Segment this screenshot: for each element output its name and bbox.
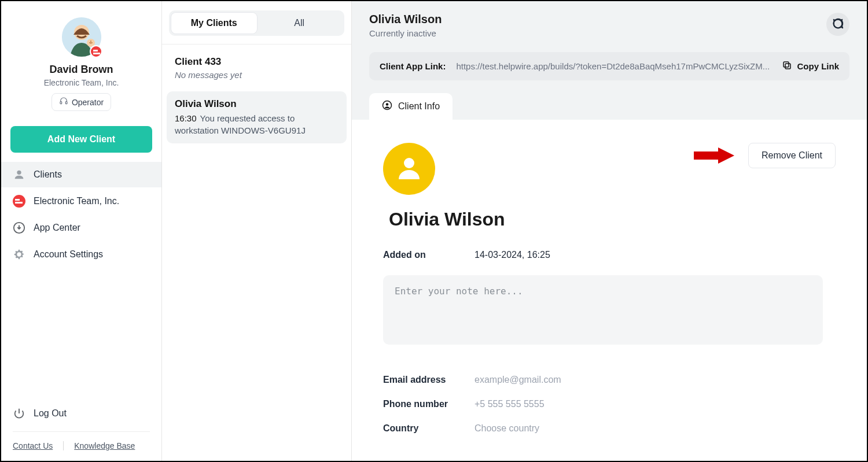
add-client-button[interactable]: Add New Client — [10, 126, 152, 153]
svg-rect-3 — [60, 102, 62, 104]
role-label: Operator — [72, 98, 104, 107]
client-sub: No messages yet — [175, 70, 339, 80]
client-title: Olivia Wilson — [175, 98, 339, 110]
main-panel: Olivia Wilson Currently inactive Client … — [352, 1, 867, 461]
list-tabs: My Clients All — [162, 1, 351, 45]
nav-company[interactable]: Electronic Team, Inc. — [1, 189, 161, 214]
client-list: Client 433 No messages yet Olivia Wilson… — [162, 45, 351, 148]
client-status: Currently inactive — [369, 28, 442, 38]
email-label: Email address — [383, 375, 475, 385]
nav-label: Electronic Team, Inc. — [34, 196, 119, 206]
tab-all[interactable]: All — [257, 13, 343, 34]
nav-label: Clients — [34, 169, 62, 180]
company-logo-icon — [13, 195, 25, 208]
client-time: 16:30 — [175, 113, 197, 123]
svg-rect-8 — [784, 62, 789, 67]
client-title: Client 433 — [175, 56, 339, 68]
chat-button[interactable] — [826, 13, 849, 36]
phone-placeholder: +5 555 555 5555 — [475, 399, 545, 409]
client-head-row: Remove Client — [383, 143, 836, 195]
client-avatar — [383, 143, 435, 195]
nav-label: App Center — [34, 223, 80, 233]
main-tab-row: Client Info — [369, 93, 849, 120]
client-list-column: My Clients All Client 433 No messages ye… — [162, 1, 352, 461]
person-icon — [13, 168, 25, 181]
client-link-bar: Client App Link: https://test.helpwire.a… — [369, 52, 849, 80]
note-input[interactable] — [383, 275, 823, 345]
client-item[interactable]: Client 433 No messages yet — [167, 49, 347, 87]
copy-link-label: Copy Link — [797, 61, 839, 71]
svg-marker-12 — [694, 147, 734, 164]
contact-fields: Email address example@gmail.com Phone nu… — [383, 369, 836, 442]
person-circle-icon — [382, 100, 392, 113]
copy-link-button[interactable]: Copy Link — [782, 60, 839, 72]
headset-icon — [59, 97, 68, 108]
svg-point-5 — [17, 171, 21, 175]
nav-account-settings[interactable]: Account Settings — [1, 242, 161, 267]
chat-icon — [832, 17, 844, 32]
contact-link[interactable]: Contact Us — [13, 441, 53, 450]
logout-button[interactable]: Log Out — [13, 401, 150, 431]
added-on-row: Added on 14-03-2024, 16:25 — [383, 246, 836, 275]
client-info-panel: Remove Client Olivia Wilson Added on 14-… — [352, 120, 867, 461]
country-label: Country — [383, 423, 475, 434]
added-on-value: 14-03-2024, 16:25 — [475, 250, 550, 260]
client-name-heading: Olivia Wilson — [389, 209, 836, 230]
segmented-control: My Clients All — [169, 10, 344, 36]
phone-row[interactable]: Phone number +5 555 555 5555 — [383, 393, 836, 417]
profile-company: Electronic Team, Inc. — [10, 78, 152, 87]
svg-point-11 — [404, 158, 414, 168]
client-message: 16:30You requested access to workstation… — [175, 112, 339, 136]
link-label: Client App Link: — [380, 61, 446, 71]
profile-block: David Brown Electronic Team, Inc. Operat… — [1, 1, 161, 116]
logout-label: Log Out — [34, 408, 67, 419]
company-badge-icon — [90, 45, 102, 58]
sidebar-nav: Clients Electronic Team, Inc. App Center… — [1, 162, 161, 267]
copy-icon — [782, 60, 792, 72]
link-url: https://test.helpwire.app/builds/?token=… — [456, 61, 771, 71]
svg-rect-7 — [785, 64, 790, 69]
download-icon — [13, 221, 25, 234]
sidebar-footer: Log Out Contact Us Knowledge Base — [1, 401, 161, 461]
role-pill: Operator — [52, 93, 111, 111]
user-icon — [395, 154, 423, 184]
country-row[interactable]: Country Choose country — [383, 417, 836, 442]
country-placeholder: Choose country — [475, 423, 539, 434]
email-row[interactable]: Email address example@gmail.com — [383, 369, 836, 393]
tab-client-info[interactable]: Client Info — [369, 93, 453, 120]
nav-app-center[interactable]: App Center — [1, 215, 161, 241]
divider — [63, 441, 64, 450]
nav-clients[interactable]: Clients — [1, 162, 161, 187]
power-icon — [13, 407, 25, 420]
tab-label: Client Info — [398, 101, 440, 112]
main-header: Olivia Wilson Currently inactive — [352, 1, 867, 38]
nav-label: Account Settings — [34, 249, 103, 260]
svg-rect-4 — [65, 102, 67, 104]
profile-name: David Brown — [10, 64, 152, 76]
sidebar: David Brown Electronic Team, Inc. Operat… — [1, 1, 162, 461]
tab-my-clients[interactable]: My Clients — [171, 13, 257, 34]
gear-icon — [13, 248, 25, 261]
client-header-name: Olivia Wilson — [369, 13, 442, 26]
phone-label: Phone number — [383, 399, 475, 409]
footer-links: Contact Us Knowledge Base — [13, 431, 150, 450]
avatar-wrap — [62, 17, 101, 57]
svg-point-10 — [386, 103, 389, 106]
added-on-label: Added on — [383, 250, 475, 260]
kb-link[interactable]: Knowledge Base — [74, 441, 135, 450]
arrow-annotation-icon — [694, 145, 734, 166]
client-item[interactable]: Olivia Wilson 16:30You requested access … — [167, 91, 347, 143]
header-left: Olivia Wilson Currently inactive — [369, 13, 442, 38]
remove-client-button[interactable]: Remove Client — [748, 143, 836, 168]
email-placeholder: example@gmail.com — [475, 375, 561, 385]
